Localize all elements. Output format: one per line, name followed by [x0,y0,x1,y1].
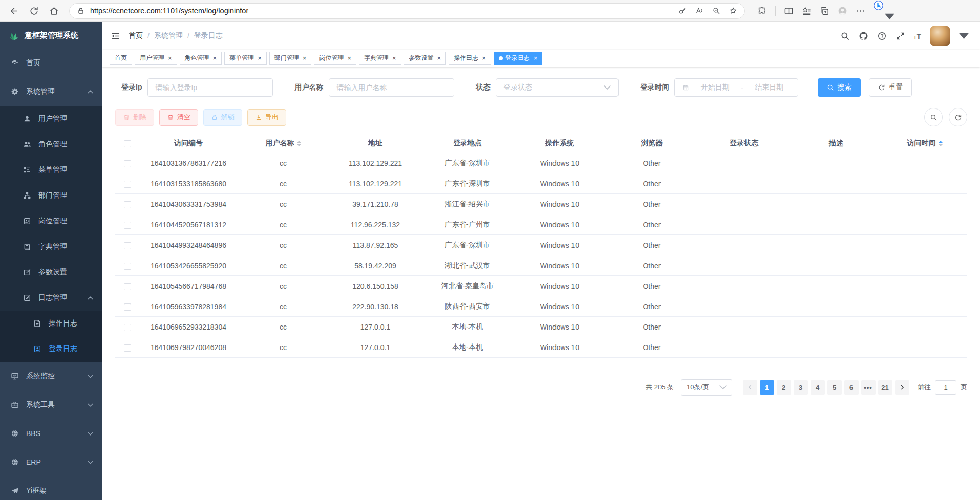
tab-item[interactable]: 用户管理× [135,52,177,65]
more-options-icon[interactable] [856,6,865,16]
sidebar-item[interactable]: 系统监控 [0,362,102,390]
sidebar-item[interactable]: 日志管理 [0,285,102,311]
sidebar-item[interactable]: 用户管理 [0,106,102,132]
page-more-button[interactable]: ••• [861,380,876,395]
row-checkbox[interactable] [124,324,131,331]
sidebar-item[interactable]: 部门管理 [0,183,102,208]
sidebar-item[interactable]: 菜单管理 [0,157,102,183]
row-checkbox[interactable] [124,242,131,249]
page-number-button[interactable]: 4 [811,380,825,395]
tab-item[interactable]: 角色管理× [180,52,222,65]
page-number-button[interactable]: 1 [760,380,774,395]
clear-button[interactable]: 清空 [159,109,198,126]
page-number-button[interactable]: 5 [827,380,842,395]
row-checkbox[interactable] [124,263,131,270]
user-avatar[interactable] [930,26,950,46]
tab-active[interactable]: 登录日志× [494,52,543,65]
select-all-checkbox[interactable] [124,140,131,147]
row-checkbox[interactable] [124,222,131,229]
sort-caret-icon[interactable] [939,141,943,146]
close-icon[interactable]: × [302,55,307,62]
zoom-out-icon[interactable] [712,7,720,15]
close-icon[interactable]: × [481,55,486,62]
collections-icon[interactable] [820,6,829,16]
app-logo[interactable]: 意框架管理系统 [0,22,102,49]
refresh-table-button[interactable] [949,108,967,126]
help-icon[interactable] [877,31,887,41]
read-aloud-icon[interactable] [695,7,704,15]
sidebar-item[interactable]: 首页 [0,49,102,77]
sidebar-item[interactable]: ERP [0,448,102,476]
refresh-icon[interactable] [29,6,39,16]
github-icon[interactable] [859,31,868,41]
row-checkbox[interactable] [124,303,131,311]
date-range-picker[interactable]: 开始日期 - 结束日期 [674,78,798,97]
sidebar-item[interactable]: 操作日志 [0,311,102,336]
caret-down-icon[interactable] [885,12,894,21]
header-search-icon[interactable] [840,31,850,41]
user-filter-input[interactable] [336,83,446,92]
tab-item[interactable]: 部门管理× [269,52,312,65]
sidebar-fold-icon[interactable] [111,31,120,41]
page-number-button[interactable]: 3 [794,380,808,395]
goto-page-input[interactable] [935,380,956,395]
row-checkbox[interactable] [124,201,131,208]
close-icon[interactable]: × [391,55,396,62]
tab-item[interactable]: 菜单管理× [224,52,267,65]
address-bar[interactable]: https://ccnetcore.com:1101/system/log/lo… [69,3,745,19]
back-icon[interactable] [9,6,19,16]
sidebar-item[interactable]: 字典管理 [0,234,102,259]
tab-item[interactable]: 操作日志× [449,52,491,65]
page-number-button[interactable]: 2 [777,380,791,395]
split-screen-icon[interactable] [784,6,794,16]
sidebar-item[interactable]: 系统管理 [0,77,102,106]
favorites-bar-icon[interactable] [802,6,812,16]
breadcrumb-item[interactable]: 系统管理 [154,31,183,40]
extensions-icon[interactable] [757,6,767,16]
sidebar-item[interactable]: Yi框架 [0,476,102,500]
unlock-button[interactable]: 解锁 [203,109,242,126]
row-checkbox[interactable] [124,181,131,188]
tab-item[interactable]: 参数设置× [404,52,446,65]
row-checkbox[interactable] [124,283,131,290]
reset-button[interactable]: 重置 [869,78,912,97]
favorites-star-icon[interactable] [729,7,737,15]
fullscreen-icon[interactable] [896,31,905,41]
search-button[interactable]: 搜索 [818,78,861,97]
export-button[interactable]: 导出 [247,109,286,126]
sort-caret-icon[interactable] [297,141,301,146]
status-select[interactable]: 登录状态 [496,78,619,97]
page-number-button[interactable]: 21 [878,380,892,395]
lock-icon[interactable] [77,7,85,15]
font-size-icon[interactable]: тT [914,32,921,40]
avatar-caret-icon[interactable] [959,31,969,41]
tab-item[interactable]: 字典管理× [359,52,401,65]
delete-button[interactable]: 删除 [115,109,154,126]
column-header[interactable]: 用户名称 [237,134,329,153]
show-search-button[interactable] [924,108,943,126]
ip-filter-input[interactable] [155,83,265,92]
home-icon[interactable] [49,6,59,16]
password-key-icon[interactable] [678,7,687,15]
close-icon[interactable]: × [257,55,262,62]
column-header[interactable]: 访问时间 [882,134,967,153]
page-number-button[interactable]: 6 [844,380,859,395]
tab-item[interactable]: 首页 [110,52,132,65]
browser-profile-icon[interactable] [838,6,847,16]
close-icon[interactable]: × [167,55,172,62]
sidebar-item[interactable]: BBS [0,419,102,448]
page-size-select[interactable]: 10条/页 [681,379,732,396]
sidebar-item[interactable]: 系统工具 [0,390,102,419]
close-icon[interactable]: × [212,55,217,62]
close-icon[interactable]: × [436,55,441,62]
tab-item[interactable]: 岗位管理× [314,52,356,65]
breadcrumb-item[interactable]: 首页 [129,31,143,40]
sidebar-item[interactable]: 岗位管理 [0,208,102,234]
close-icon[interactable]: × [532,55,538,62]
close-icon[interactable]: × [346,55,351,62]
sidebar-item[interactable]: 参数设置 [0,259,102,285]
prev-page-button[interactable] [743,380,757,395]
row-checkbox[interactable] [124,160,131,167]
sidebar-item[interactable]: 登录日志 [0,336,102,362]
bing-copilot-icon[interactable] [874,1,883,10]
